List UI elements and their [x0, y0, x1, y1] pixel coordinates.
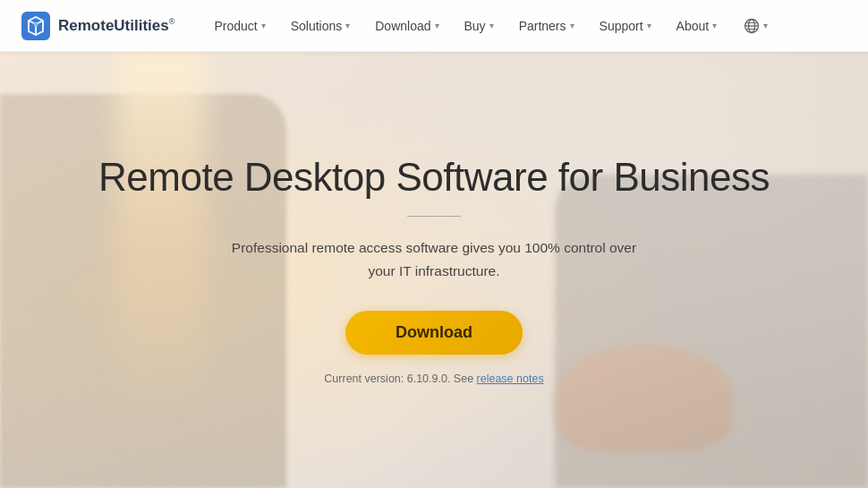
nav-language-selector[interactable]: ▾ — [735, 13, 777, 39]
hero-divider — [407, 216, 461, 217]
hero-title: Remote Desktop Software for Business — [98, 155, 770, 201]
nav-item-solutions[interactable]: Solutions ▾ — [280, 13, 362, 39]
nav-item-buy[interactable]: Buy ▾ — [454, 13, 505, 39]
remote-utilities-icon — [21, 12, 50, 40]
chevron-down-icon: ▾ — [570, 21, 574, 30]
nav-item-support[interactable]: Support ▾ — [589, 13, 662, 39]
chevron-down-icon: ▾ — [489, 21, 494, 30]
chevron-down-icon: ▾ — [345, 21, 350, 30]
globe-icon — [744, 18, 760, 34]
chevron-down-icon: ▾ — [712, 21, 717, 30]
nav-item-download[interactable]: Download ▾ — [364, 13, 449, 39]
download-button[interactable]: Download — [345, 311, 523, 355]
hero-section: Remote Desktop Software for Business Pro… — [0, 52, 868, 488]
logo[interactable]: RemoteUtilities® — [21, 12, 174, 40]
hero-subtitle: Professional remote access software give… — [228, 236, 640, 282]
svg-point-1 — [34, 21, 38, 26]
chevron-down-icon: ▾ — [763, 21, 768, 30]
version-info: Current version: 6.10.9.0. See release n… — [324, 372, 543, 385]
navbar: RemoteUtilities® Product ▾ Solutions ▾ D… — [0, 0, 868, 52]
chevron-down-icon: ▾ — [647, 21, 651, 30]
nav-item-product[interactable]: Product ▾ — [203, 13, 276, 39]
chevron-down-icon: ▾ — [435, 21, 439, 30]
nav-item-about[interactable]: About ▾ — [666, 13, 728, 39]
nav-links: Product ▾ Solutions ▾ Download ▾ Buy ▾ P… — [203, 13, 847, 39]
release-notes-link[interactable]: release notes — [477, 372, 544, 385]
nav-item-partners[interactable]: Partners ▾ — [508, 13, 585, 39]
logo-text: RemoteUtilities® — [58, 17, 174, 35]
chevron-down-icon: ▾ — [261, 21, 266, 30]
